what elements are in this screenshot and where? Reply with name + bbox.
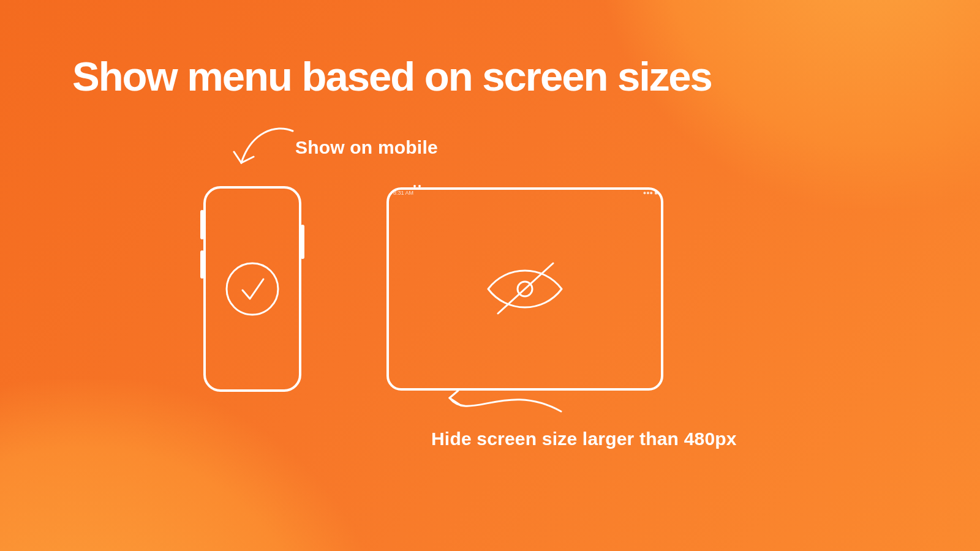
tablet-device-icon bbox=[384, 185, 666, 393]
show-on-mobile-label: Show on mobile bbox=[295, 137, 438, 158]
hide-large-label: Hide screen size larger than 480px bbox=[431, 429, 737, 449]
svg-rect-0 bbox=[205, 187, 300, 391]
svg-point-4 bbox=[227, 263, 278, 315]
bg-blob-bottom-left bbox=[0, 380, 392, 551]
phone-device-icon bbox=[200, 185, 305, 393]
svg-point-6 bbox=[413, 185, 416, 187]
slide-title: Show menu based on screen sizes bbox=[72, 55, 712, 98]
bg-blob-top-right bbox=[600, 0, 980, 208]
svg-point-7 bbox=[418, 185, 421, 187]
arrow-to-phone-icon bbox=[227, 120, 300, 178]
